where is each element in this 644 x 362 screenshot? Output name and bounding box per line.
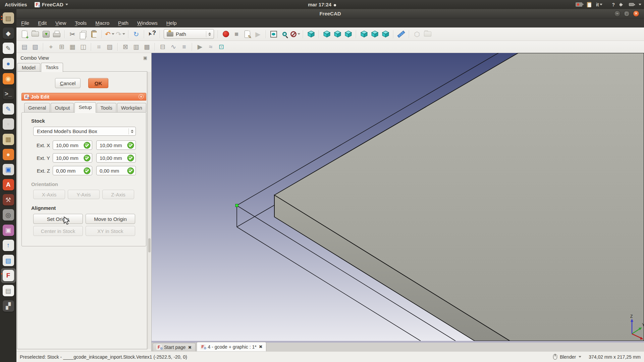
menu-path[interactable]: Path bbox=[114, 19, 132, 27]
maximize-button[interactable]: ▢ bbox=[624, 10, 630, 17]
macro-stop-button[interactable]: ■ bbox=[231, 29, 241, 39]
mdi-tab-start-page[interactable]: FStart page✖ bbox=[153, 343, 196, 351]
view-left-button[interactable] bbox=[380, 29, 390, 39]
export-button[interactable]: ⊡ bbox=[216, 42, 226, 51]
dock-icon-app-purple[interactable]: ▣ bbox=[1, 223, 15, 237]
operation-slot-button[interactable]: ≡ bbox=[179, 42, 189, 51]
menu-view[interactable]: View bbox=[52, 19, 70, 27]
view-rear-button[interactable] bbox=[359, 29, 369, 39]
print-button[interactable] bbox=[52, 29, 62, 39]
battery-icon[interactable] bbox=[629, 3, 634, 6]
macro-execute-button[interactable]: ▶ bbox=[253, 29, 263, 39]
tab-model[interactable]: Model bbox=[17, 63, 40, 72]
dock-icon-camera[interactable]: ◎ bbox=[1, 208, 15, 222]
sanity-check-button[interactable]: ≈ bbox=[206, 42, 216, 51]
dock-icon-blender[interactable]: ● bbox=[1, 147, 15, 162]
job-tab-tools[interactable]: Tools bbox=[97, 103, 116, 112]
menu-windows[interactable]: Windows bbox=[133, 19, 161, 27]
activities-button[interactable]: Activities bbox=[3, 2, 29, 7]
mdi-tab-active-document[interactable]: F4 - gcode + graphic : 1*✖ bbox=[197, 342, 266, 351]
measure-button[interactable] bbox=[396, 29, 406, 39]
job-tab-setup[interactable]: Setup bbox=[74, 102, 96, 113]
refresh-button[interactable]: ↻ bbox=[131, 29, 141, 39]
job-tab-general[interactable]: General bbox=[24, 103, 50, 112]
operation-profile-button[interactable]: ⌗ bbox=[94, 42, 104, 51]
operation-pocket-button[interactable]: ▨ bbox=[105, 42, 115, 51]
viewport-3d[interactable]: Z Y X bbox=[152, 53, 644, 341]
menu-macro[interactable]: Macro bbox=[92, 19, 113, 27]
dropdown-caret-icon[interactable] bbox=[122, 33, 125, 35]
stock-type-select[interactable]: Extend Model's Bound Box bbox=[33, 127, 136, 136]
post-process-button[interactable]: ▤ bbox=[19, 42, 30, 51]
dock-icon-app-gray[interactable]: ▫ bbox=[1, 117, 15, 131]
z-axis-button[interactable]: Z-Axis bbox=[102, 190, 134, 199]
new-file-button[interactable] bbox=[19, 29, 30, 39]
dock-float-icon[interactable]: ▣ bbox=[143, 55, 147, 60]
close-tab-icon[interactable]: ✖ bbox=[188, 345, 192, 350]
workbench-selector[interactable]: Path bbox=[164, 29, 214, 39]
inspect-gcode-button[interactable]: ▧ bbox=[30, 42, 40, 51]
close-button[interactable]: ✕ bbox=[633, 10, 639, 17]
simulate-button[interactable]: ▶ bbox=[195, 42, 205, 51]
open-file-button[interactable] bbox=[30, 29, 40, 39]
view-bottom-button[interactable] bbox=[370, 29, 380, 39]
whats-this-button[interactable] bbox=[147, 29, 157, 39]
save-button[interactable] bbox=[41, 29, 51, 39]
xy-in-stock-button[interactable]: XY in Stock bbox=[86, 226, 135, 236]
scrollbar-handle[interactable] bbox=[148, 238, 151, 252]
fit-all-button[interactable] bbox=[269, 29, 279, 39]
paste-button[interactable] bbox=[89, 29, 99, 39]
titlebar[interactable]: FreeCAD – ▢ ✕ bbox=[16, 9, 644, 18]
shape-info-button[interactable]: ⬡ bbox=[412, 29, 422, 39]
app-menu[interactable]: F FreeCAD bbox=[35, 2, 68, 7]
view-top-button[interactable] bbox=[332, 29, 342, 39]
dropdown-caret-icon[interactable] bbox=[112, 33, 114, 35]
operation-drilling-button[interactable]: ▦ bbox=[67, 42, 77, 51]
dock-icon-archive-app[interactable]: ▦ bbox=[1, 132, 15, 146]
job-new-button[interactable]: ⌖ bbox=[46, 42, 56, 51]
menu-help[interactable]: Help bbox=[163, 19, 180, 27]
macro-record-button[interactable] bbox=[221, 29, 231, 39]
set-origin-button[interactable]: Set Origin bbox=[33, 214, 83, 224]
keyboard-layout-selector[interactable]: it bbox=[596, 2, 603, 7]
ext-z-neg-input[interactable]: 0,00 mm bbox=[53, 166, 92, 175]
dock-icon-app-blue[interactable]: ● bbox=[1, 57, 15, 71]
ext-x-neg-input[interactable]: 10,00 mm bbox=[53, 140, 92, 150]
undo-button[interactable]: ↶ bbox=[105, 29, 115, 39]
center-in-stock-button[interactable]: Center in Stock bbox=[33, 226, 83, 236]
dock-icon-cad-app[interactable]: ▧ bbox=[1, 253, 15, 267]
nav-style-selector[interactable]: Blender bbox=[560, 354, 576, 360]
ext-x-pos-input[interactable]: 10,00 mm bbox=[96, 140, 136, 150]
dock-icon-virtualbox[interactable]: ▣ bbox=[1, 163, 15, 177]
clock[interactable]: mar 17:24 bbox=[0, 2, 644, 7]
redo-button[interactable]: ↷ bbox=[115, 29, 125, 39]
box-zoom-button[interactable] bbox=[279, 29, 289, 39]
clipboard-icon[interactable] bbox=[587, 2, 591, 7]
view-front-button[interactable] bbox=[322, 29, 332, 39]
minimize-button[interactable]: – bbox=[614, 10, 621, 17]
view-axonometric-button[interactable] bbox=[306, 29, 316, 39]
dock-icon-tools[interactable]: ⚒ bbox=[1, 193, 15, 207]
screen-record-icon[interactable] bbox=[576, 2, 582, 7]
operation-face-button[interactable]: ◫ bbox=[78, 42, 88, 51]
cancel-button[interactable]: Cancel bbox=[55, 78, 80, 88]
dock-icon-inkscape[interactable]: ◆ bbox=[1, 26, 15, 40]
dropdown-caret-icon[interactable] bbox=[298, 33, 300, 35]
dock-icon-writer[interactable]: A bbox=[1, 178, 15, 192]
menu-tools[interactable]: Tools bbox=[71, 19, 90, 27]
viewport-canvas[interactable]: Z Y X bbox=[152, 53, 644, 341]
group-button[interactable] bbox=[423, 29, 433, 39]
dock-icon-video-editor[interactable]: ▞ bbox=[1, 299, 15, 313]
tray-chevron-down-icon[interactable] bbox=[639, 4, 641, 5]
menu-file[interactable]: File bbox=[17, 19, 33, 27]
dock-icon-freecad[interactable]: F bbox=[1, 268, 15, 283]
operation-helix-button[interactable]: ⊠ bbox=[120, 42, 130, 51]
ext-y-pos-input[interactable]: 10,00 mm bbox=[96, 153, 136, 163]
operation-engrave-button[interactable]: ▩ bbox=[142, 42, 152, 51]
view-right-button[interactable] bbox=[343, 29, 353, 39]
dock-icon-notes[interactable]: ▤ bbox=[1, 284, 15, 298]
tab-tasks[interactable]: Tasks bbox=[41, 63, 63, 72]
collapse-icon[interactable]: » bbox=[139, 94, 144, 99]
operation-adaptive-button[interactable]: ▥ bbox=[131, 42, 141, 51]
close-tab-icon[interactable]: ✖ bbox=[259, 344, 263, 349]
